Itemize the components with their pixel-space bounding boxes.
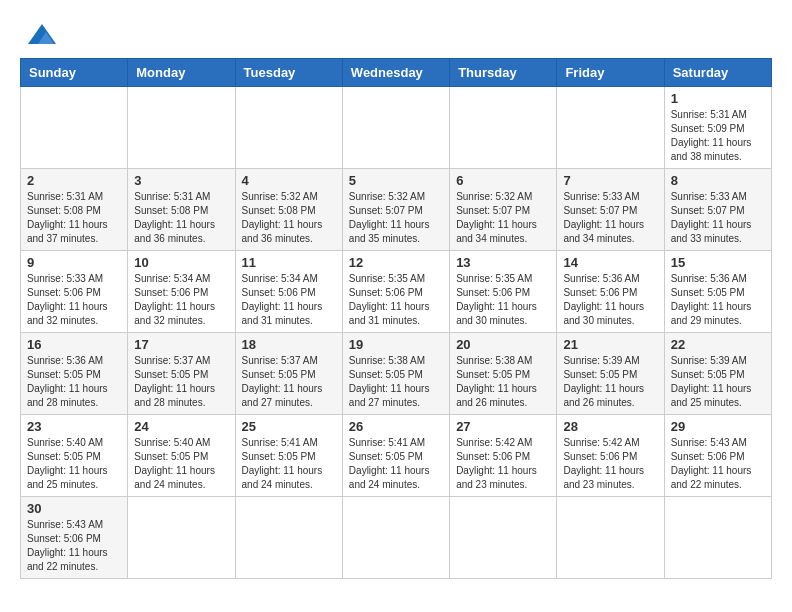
day-number: 26 (349, 419, 443, 434)
calendar-cell (235, 497, 342, 579)
calendar-cell: 22Sunrise: 5:39 AM Sunset: 5:05 PM Dayli… (664, 333, 771, 415)
weekday-header-row: SundayMondayTuesdayWednesdayThursdayFrid… (21, 59, 772, 87)
day-number: 8 (671, 173, 765, 188)
calendar-cell: 30Sunrise: 5:43 AM Sunset: 5:06 PM Dayli… (21, 497, 128, 579)
calendar-cell (450, 87, 557, 169)
calendar-cell: 11Sunrise: 5:34 AM Sunset: 5:06 PM Dayli… (235, 251, 342, 333)
weekday-header-saturday: Saturday (664, 59, 771, 87)
calendar-cell: 15Sunrise: 5:36 AM Sunset: 5:05 PM Dayli… (664, 251, 771, 333)
day-info: Sunrise: 5:33 AM Sunset: 5:06 PM Dayligh… (27, 272, 121, 328)
day-info: Sunrise: 5:34 AM Sunset: 5:06 PM Dayligh… (242, 272, 336, 328)
day-number: 10 (134, 255, 228, 270)
day-number: 15 (671, 255, 765, 270)
day-info: Sunrise: 5:33 AM Sunset: 5:07 PM Dayligh… (671, 190, 765, 246)
day-info: Sunrise: 5:37 AM Sunset: 5:05 PM Dayligh… (134, 354, 228, 410)
calendar-cell (235, 87, 342, 169)
day-number: 21 (563, 337, 657, 352)
day-info: Sunrise: 5:31 AM Sunset: 5:08 PM Dayligh… (134, 190, 228, 246)
calendar-cell: 23Sunrise: 5:40 AM Sunset: 5:05 PM Dayli… (21, 415, 128, 497)
calendar-cell: 27Sunrise: 5:42 AM Sunset: 5:06 PM Dayli… (450, 415, 557, 497)
calendar-cell: 9Sunrise: 5:33 AM Sunset: 5:06 PM Daylig… (21, 251, 128, 333)
calendar-cell: 20Sunrise: 5:38 AM Sunset: 5:05 PM Dayli… (450, 333, 557, 415)
calendar-table: SundayMondayTuesdayWednesdayThursdayFrid… (20, 58, 772, 579)
weekday-header-thursday: Thursday (450, 59, 557, 87)
calendar-cell: 4Sunrise: 5:32 AM Sunset: 5:08 PM Daylig… (235, 169, 342, 251)
logo-icon (24, 20, 60, 48)
weekday-header-sunday: Sunday (21, 59, 128, 87)
calendar-cell: 24Sunrise: 5:40 AM Sunset: 5:05 PM Dayli… (128, 415, 235, 497)
day-number: 13 (456, 255, 550, 270)
day-info: Sunrise: 5:35 AM Sunset: 5:06 PM Dayligh… (349, 272, 443, 328)
day-info: Sunrise: 5:31 AM Sunset: 5:09 PM Dayligh… (671, 108, 765, 164)
day-number: 1 (671, 91, 765, 106)
calendar-cell: 10Sunrise: 5:34 AM Sunset: 5:06 PM Dayli… (128, 251, 235, 333)
day-number: 30 (27, 501, 121, 516)
weekday-header-friday: Friday (557, 59, 664, 87)
calendar-cell: 19Sunrise: 5:38 AM Sunset: 5:05 PM Dayli… (342, 333, 449, 415)
calendar-cell: 1Sunrise: 5:31 AM Sunset: 5:09 PM Daylig… (664, 87, 771, 169)
day-info: Sunrise: 5:41 AM Sunset: 5:05 PM Dayligh… (349, 436, 443, 492)
weekday-header-wednesday: Wednesday (342, 59, 449, 87)
day-number: 19 (349, 337, 443, 352)
calendar-cell: 29Sunrise: 5:43 AM Sunset: 5:06 PM Dayli… (664, 415, 771, 497)
calendar-body: 1Sunrise: 5:31 AM Sunset: 5:09 PM Daylig… (21, 87, 772, 579)
day-number: 6 (456, 173, 550, 188)
day-number: 9 (27, 255, 121, 270)
calendar-cell: 18Sunrise: 5:37 AM Sunset: 5:05 PM Dayli… (235, 333, 342, 415)
week-row-2: 2Sunrise: 5:31 AM Sunset: 5:08 PM Daylig… (21, 169, 772, 251)
day-number: 27 (456, 419, 550, 434)
day-number: 16 (27, 337, 121, 352)
day-number: 14 (563, 255, 657, 270)
day-info: Sunrise: 5:32 AM Sunset: 5:07 PM Dayligh… (456, 190, 550, 246)
day-info: Sunrise: 5:33 AM Sunset: 5:07 PM Dayligh… (563, 190, 657, 246)
day-number: 5 (349, 173, 443, 188)
week-row-1: 1Sunrise: 5:31 AM Sunset: 5:09 PM Daylig… (21, 87, 772, 169)
calendar-cell: 7Sunrise: 5:33 AM Sunset: 5:07 PM Daylig… (557, 169, 664, 251)
calendar-cell: 13Sunrise: 5:35 AM Sunset: 5:06 PM Dayli… (450, 251, 557, 333)
day-info: Sunrise: 5:36 AM Sunset: 5:05 PM Dayligh… (671, 272, 765, 328)
calendar-cell: 28Sunrise: 5:42 AM Sunset: 5:06 PM Dayli… (557, 415, 664, 497)
day-number: 4 (242, 173, 336, 188)
day-number: 12 (349, 255, 443, 270)
day-info: Sunrise: 5:34 AM Sunset: 5:06 PM Dayligh… (134, 272, 228, 328)
day-info: Sunrise: 5:36 AM Sunset: 5:05 PM Dayligh… (27, 354, 121, 410)
day-info: Sunrise: 5:43 AM Sunset: 5:06 PM Dayligh… (27, 518, 121, 574)
weekday-header-monday: Monday (128, 59, 235, 87)
calendar-cell: 14Sunrise: 5:36 AM Sunset: 5:06 PM Dayli… (557, 251, 664, 333)
calendar-cell (342, 497, 449, 579)
calendar-cell (450, 497, 557, 579)
calendar-cell: 2Sunrise: 5:31 AM Sunset: 5:08 PM Daylig… (21, 169, 128, 251)
day-info: Sunrise: 5:39 AM Sunset: 5:05 PM Dayligh… (563, 354, 657, 410)
calendar-cell: 25Sunrise: 5:41 AM Sunset: 5:05 PM Dayli… (235, 415, 342, 497)
logo (20, 20, 60, 48)
day-number: 22 (671, 337, 765, 352)
day-info: Sunrise: 5:35 AM Sunset: 5:06 PM Dayligh… (456, 272, 550, 328)
weekday-header-tuesday: Tuesday (235, 59, 342, 87)
calendar-cell (557, 87, 664, 169)
day-number: 29 (671, 419, 765, 434)
day-info: Sunrise: 5:43 AM Sunset: 5:06 PM Dayligh… (671, 436, 765, 492)
day-number: 18 (242, 337, 336, 352)
day-info: Sunrise: 5:38 AM Sunset: 5:05 PM Dayligh… (456, 354, 550, 410)
calendar-cell (342, 87, 449, 169)
day-number: 25 (242, 419, 336, 434)
day-info: Sunrise: 5:42 AM Sunset: 5:06 PM Dayligh… (563, 436, 657, 492)
day-info: Sunrise: 5:38 AM Sunset: 5:05 PM Dayligh… (349, 354, 443, 410)
day-number: 2 (27, 173, 121, 188)
day-info: Sunrise: 5:31 AM Sunset: 5:08 PM Dayligh… (27, 190, 121, 246)
day-number: 28 (563, 419, 657, 434)
day-info: Sunrise: 5:40 AM Sunset: 5:05 PM Dayligh… (27, 436, 121, 492)
week-row-6: 30Sunrise: 5:43 AM Sunset: 5:06 PM Dayli… (21, 497, 772, 579)
calendar-cell: 21Sunrise: 5:39 AM Sunset: 5:05 PM Dayli… (557, 333, 664, 415)
calendar-cell: 3Sunrise: 5:31 AM Sunset: 5:08 PM Daylig… (128, 169, 235, 251)
day-info: Sunrise: 5:41 AM Sunset: 5:05 PM Dayligh… (242, 436, 336, 492)
calendar-cell: 8Sunrise: 5:33 AM Sunset: 5:07 PM Daylig… (664, 169, 771, 251)
day-info: Sunrise: 5:32 AM Sunset: 5:07 PM Dayligh… (349, 190, 443, 246)
day-number: 23 (27, 419, 121, 434)
day-number: 11 (242, 255, 336, 270)
week-row-4: 16Sunrise: 5:36 AM Sunset: 5:05 PM Dayli… (21, 333, 772, 415)
day-number: 7 (563, 173, 657, 188)
day-info: Sunrise: 5:32 AM Sunset: 5:08 PM Dayligh… (242, 190, 336, 246)
calendar-cell: 16Sunrise: 5:36 AM Sunset: 5:05 PM Dayli… (21, 333, 128, 415)
calendar-cell: 5Sunrise: 5:32 AM Sunset: 5:07 PM Daylig… (342, 169, 449, 251)
